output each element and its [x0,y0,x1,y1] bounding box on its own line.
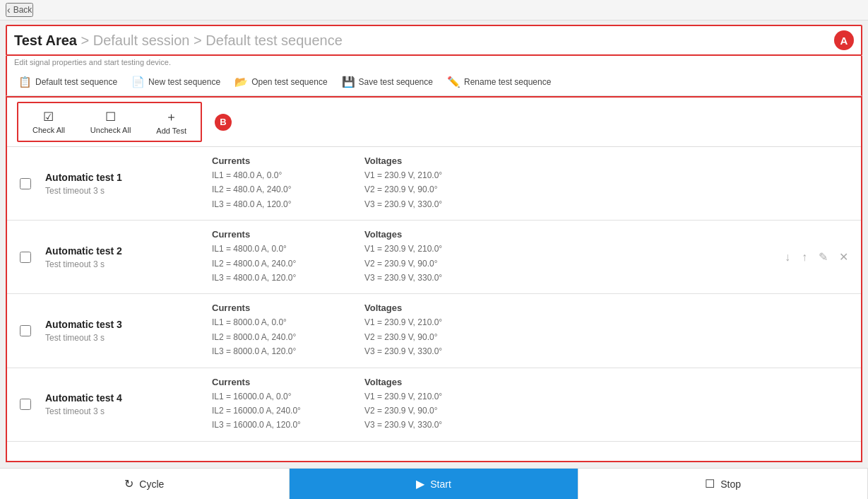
breadcrumb-area: Test Area [14,33,77,48]
table-row: Automatic test 4 Test timeout 3 s Curren… [7,368,861,442]
test1-name: Automatic test 1 [45,172,201,183]
back-button[interactable]: ‹ Back [6,3,33,17]
add-test-button[interactable]: ＋ Add Test [150,106,192,138]
test1-checkbox-container [17,155,34,211]
default-test-sequence-button[interactable]: 📋 Default test sequence [13,73,123,91]
back-label: Back [13,5,32,15]
start-icon: ▶ [416,477,424,491]
test4-actions [517,377,851,433]
breadcrumb-sep2: > [194,33,206,48]
new-test-icon: 📄 [131,76,145,88]
save-test-icon: 💾 [342,76,355,88]
cycle-label: Cycle [139,479,164,490]
save-test-label: Save test sequence [359,77,433,87]
test2-timeout: Test timeout 3 s [45,259,201,269]
new-test-sequence-button[interactable]: 📄 New test sequence [126,73,226,91]
test3-current-3: IL3 = 8000.0 A, 120.0° [212,344,353,358]
test2-name: Automatic test 2 [45,245,201,257]
back-arrow-icon: ‹ [7,4,11,16]
test4-current-1: IL1 = 16000.0 A, 0.0° [212,389,353,404]
test2-current-1: IL1 = 4800.0 A, 0.0° [212,242,353,256]
breadcrumb: Test Area > Default session > Default te… [6,25,862,56]
check-toolbar-inner: ☑ Check All ☐ Uncheck All ＋ Add Test [17,102,202,142]
test2-currents-label: Currents [212,229,353,240]
test1-current-3: IL3 = 480.0 A, 120.0° [212,197,353,211]
cycle-button[interactable]: ↻ Cycle [0,469,290,499]
breadcrumb-sep1: > [81,33,93,48]
test3-currents: Currents IL1 = 8000.0 A, 0.0° IL2 = 8000… [212,303,353,358]
badge-a: A [834,30,854,50]
check-all-icon: ☑ [43,110,54,124]
test1-currents: Currents IL1 = 480.0 A, 0.0° IL2 = 480.0… [212,155,353,211]
move-down-button[interactable]: ↓ [782,248,793,266]
rename-test-sequence-button[interactable]: ✏️ Rename test sequence [441,73,557,91]
test4-checkbox[interactable] [20,399,31,410]
open-test-icon: 📂 [234,76,248,88]
test2-actions: ↓ ↑ ✎ ✕ [517,229,851,285]
stop-button[interactable]: ☐ Stop [578,469,868,499]
test3-currents-label: Currents [212,303,353,313]
test2-checkbox[interactable] [20,252,31,263]
test4-currents: Currents IL1 = 16000.0 A, 0.0° IL2 = 160… [212,377,353,433]
test3-info: Automatic test 3 Test timeout 3 s [45,303,201,358]
move-up-button[interactable]: ↑ [799,248,810,266]
test2-current-2: IL2 = 4800.0 A, 240.0° [212,257,353,271]
toolbar: 📋 Default test sequence 📄 New test seque… [6,69,862,96]
open-test-label: Open test sequence [251,77,327,87]
save-test-sequence-button[interactable]: 💾 Save test sequence [336,73,439,91]
test2-currents: Currents IL1 = 4800.0 A, 0.0° IL2 = 4800… [212,229,353,285]
test2-current-3: IL3 = 4800.0 A, 120.0° [212,271,353,285]
test3-voltage-2: V2 = 230.9 V, 90.0° [364,330,506,344]
test4-current-2: IL2 = 16000.0 A, 240.0° [212,404,353,418]
test4-checkbox-container [17,377,34,433]
test3-actions [517,303,851,358]
open-test-sequence-button[interactable]: 📂 Open test sequence [229,73,333,91]
delete-button[interactable]: ✕ [836,247,851,266]
test1-voltages: Voltages V1 = 230.9 V, 210.0° V2 = 230.9… [364,155,506,211]
uncheck-all-button[interactable]: ☐ Uncheck All [85,107,136,137]
subtitle: Edit signal properties and start testing… [6,56,862,69]
test4-name: Automatic test 4 [45,392,201,404]
test3-current-2: IL2 = 8000.0 A, 240.0° [212,330,353,344]
stop-label: Stop [720,479,741,490]
rename-test-icon: ✏️ [447,76,460,88]
add-test-label: Add Test [156,127,186,135]
test3-voltage-1: V1 = 230.9 V, 210.0° [364,315,506,329]
bottom-bar: ↻ Cycle ▶ Start ☐ Stop [0,468,868,499]
stop-icon: ☐ [705,477,715,491]
test2-voltages-label: Voltages [364,229,506,240]
new-test-label: New test sequence [148,77,220,87]
check-all-button[interactable]: ☑ Check All [27,107,71,137]
breadcrumb-text: Test Area > Default session > Default te… [14,33,343,49]
test2-checkbox-container [17,229,34,285]
test3-current-1: IL1 = 8000.0 A, 0.0° [212,315,353,329]
default-test-label: Default test sequence [35,77,117,87]
test1-checkbox[interactable] [20,178,31,189]
test3-checkbox[interactable] [20,325,31,336]
test2-voltage-2: V2 = 230.9 V, 90.0° [364,257,506,271]
test1-voltage-1: V1 = 230.9 V, 210.0° [364,168,506,182]
test2-info: Automatic test 2 Test timeout 3 s [45,229,201,285]
test4-currents-label: Currents [212,377,353,387]
test1-voltage-2: V2 = 230.9 V, 90.0° [364,182,506,196]
test1-current-1: IL1 = 480.0 A, 0.0° [212,168,353,182]
test2-voltage-3: V3 = 230.9 V, 330.0° [364,271,506,285]
test4-timeout: Test timeout 3 s [45,406,201,416]
test1-timeout: Test timeout 3 s [45,186,201,196]
breadcrumb-sequence: Default test sequence [206,33,342,48]
table-row: Automatic test 2 Test timeout 3 s Curren… [7,221,861,294]
test4-voltage-3: V3 = 230.9 V, 330.0° [364,418,506,432]
breadcrumb-session: Default session [93,33,190,48]
rename-test-label: Rename test sequence [464,77,551,87]
test4-voltage-1: V1 = 230.9 V, 210.0° [364,389,506,404]
start-button[interactable]: ▶ Start [290,469,579,499]
add-test-icon: ＋ [165,109,177,125]
test2-voltage-1: V1 = 230.9 V, 210.0° [364,242,506,256]
edit-button[interactable]: ✎ [816,247,831,266]
test1-info: Automatic test 1 Test timeout 3 s [45,155,201,211]
test1-currents-label: Currents [212,155,353,166]
test3-voltages: Voltages V1 = 230.9 V, 210.0° V2 = 230.9… [364,303,506,358]
test1-voltage-3: V3 = 230.9 V, 330.0° [364,197,506,211]
start-label: Start [430,479,451,490]
uncheck-all-icon: ☐ [105,110,116,124]
